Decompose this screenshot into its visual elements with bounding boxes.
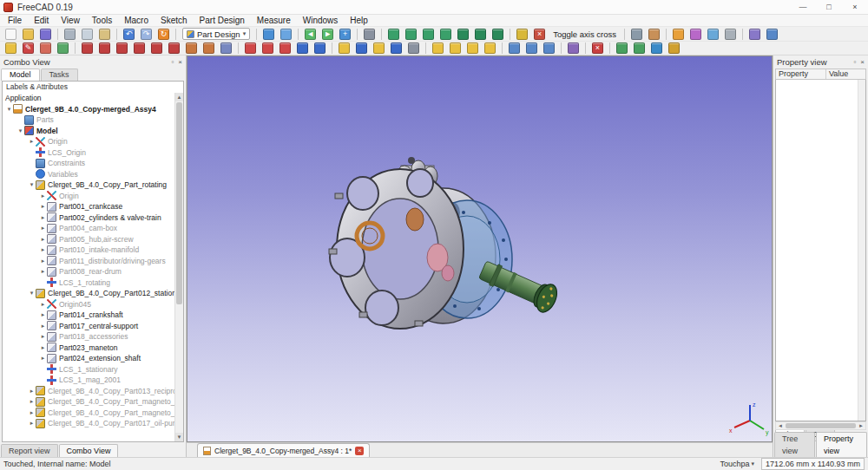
property-column-header[interactable]: Property [776, 69, 826, 79]
thickness-button[interactable] [482, 42, 498, 55]
delete-button[interactable]: × [589, 42, 606, 55]
sketch-rectangle-button[interactable] [166, 42, 182, 55]
view-rear-button[interactable] [455, 28, 471, 41]
view-right-button[interactable] [437, 28, 454, 41]
collapsed-arrow-icon[interactable]: ▸ [39, 258, 47, 264]
tree-item[interactable]: ▸Origin045 [3, 299, 174, 310]
collapsed-arrow-icon[interactable]: ▸ [39, 301, 47, 308]
external-geometry-button[interactable] [218, 42, 234, 55]
view-left-button[interactable] [490, 28, 506, 41]
chamfer-button[interactable] [447, 42, 464, 55]
draft-button[interactable] [464, 42, 481, 55]
menu-macro[interactable]: Macro [118, 15, 155, 27]
collapsed-arrow-icon[interactable]: ▸ [28, 398, 36, 405]
collapsed-arrow-icon[interactable]: ▸ [39, 214, 47, 221]
engine-model[interactable] [329, 157, 561, 329]
tree-item[interactable]: ▸Clerget_9B_4.0_Copy_Part013_reciprocati… [3, 386, 174, 397]
tree-scrollbar[interactable]: ▲ ▼ [174, 93, 183, 441]
menu-edit[interactable]: Edit [28, 15, 55, 27]
property-grid[interactable] [775, 80, 866, 421]
sketch-fillet-button[interactable] [183, 42, 200, 55]
create-body-button[interactable] [3, 42, 19, 55]
menu-windows[interactable]: Windows [297, 15, 345, 27]
menu-sketch[interactable]: Sketch [155, 15, 194, 27]
menu-view[interactable]: View [55, 15, 86, 27]
collapsed-arrow-icon[interactable]: ▸ [39, 246, 47, 253]
collapsed-arrow-icon[interactable]: ▸ [39, 193, 47, 199]
file-open-button[interactable] [20, 28, 36, 41]
tree-item[interactable]: ▾Clerget_9B_4.0_Copy_Part012_stationary_… [3, 288, 174, 299]
clipping-plane-button[interactable] [628, 28, 645, 41]
tab-tree-view[interactable]: Tree view [774, 432, 815, 457]
tree-item[interactable]: Parts [3, 114, 174, 126]
sketch-trim-button[interactable] [201, 42, 217, 55]
expanded-arrow-icon[interactable]: ▾ [28, 181, 36, 188]
map-sketch-button[interactable] [55, 42, 71, 55]
tree-item[interactable]: ▾Clerget_9B_4.0_Copy_Part_rotating [3, 180, 174, 191]
tree-item[interactable]: ▸Clerget_9B_4.0_Copy_Part017_oil-pump [3, 418, 174, 429]
tree-item[interactable]: ▸Part002_cylinders & valve-train [3, 212, 174, 224]
solve-assembly-button[interactable] [666, 42, 682, 55]
tree-item[interactable]: ▸Part017_central-support [3, 321, 174, 332]
redo-button[interactable]: ↷ [138, 28, 155, 41]
scroll-right-icon[interactable]: ► [857, 422, 865, 429]
view-prev-button[interactable]: ◄ [302, 28, 319, 41]
scene-inspector-button[interactable] [746, 28, 763, 41]
view-bottom-button[interactable] [472, 28, 489, 41]
groove-button[interactable] [388, 42, 404, 55]
paste-button[interactable] [96, 28, 113, 41]
new-assembly-button[interactable] [614, 42, 630, 55]
property-hscrollbar[interactable]: ◄ ► [775, 421, 866, 430]
view-front-button[interactable] [403, 28, 419, 41]
sketch-arc-button[interactable] [114, 42, 130, 55]
collapsed-arrow-icon[interactable]: ▸ [39, 236, 47, 243]
tree-item[interactable]: ▸Part014_crankshaft [3, 310, 174, 321]
tree-item[interactable]: Application [3, 93, 174, 104]
hole-button[interactable] [405, 42, 422, 55]
measure-distance-button[interactable] [514, 28, 530, 41]
scroll-down-icon[interactable]: ▼ [175, 433, 183, 441]
close-document-icon[interactable]: × [355, 447, 364, 455]
tree-item[interactable]: ▸Clerget_9B_4.0_Copy_Part_magneto_2 [3, 408, 174, 419]
sketch-polyline-button[interactable] [148, 42, 165, 55]
collapsed-arrow-icon[interactable]: ▸ [39, 344, 47, 351]
zoom-box-button[interactable]: + [337, 28, 353, 41]
constraint-distance-button[interactable] [294, 42, 311, 55]
constraint-coincident-button[interactable] [242, 42, 259, 55]
minimize-button[interactable]: — [790, 0, 816, 15]
tree-item[interactable]: ▸Part008_rear-drum [3, 266, 174, 277]
collapsed-arrow-icon[interactable]: ▸ [39, 225, 47, 232]
set-appearance-button[interactable] [670, 28, 687, 41]
undo-button[interactable]: ↶ [121, 28, 137, 41]
close-window-button[interactable]: × [842, 0, 868, 15]
collapsed-arrow-icon[interactable]: ▸ [39, 355, 47, 362]
tree-item[interactable]: ▸Part005_hub,air-screw [3, 234, 174, 245]
value-column-header[interactable]: Value [826, 69, 848, 79]
tree-item[interactable]: LCS_1_stationary [3, 364, 174, 375]
measure-clear-button[interactable]: × [531, 28, 548, 41]
constraint-angle-button[interactable] [312, 42, 328, 55]
tab-report-view[interactable]: Report view [1, 444, 58, 457]
texture-mapping-button[interactable] [646, 28, 662, 41]
boolean-operation-button[interactable] [565, 42, 582, 55]
tree-item[interactable]: ▸Part011_distributor/driving-gears [3, 256, 174, 267]
expanded-arrow-icon[interactable]: ▾ [28, 290, 36, 297]
view-isometric-button[interactable] [385, 28, 402, 41]
tab-combo-view[interactable]: Combo View [59, 444, 119, 457]
collapsed-arrow-icon[interactable]: ▸ [39, 333, 47, 340]
workbench-selector[interactable]: Part Design▾ [182, 28, 250, 40]
tree-item[interactable]: ▸Part018_accessories [3, 331, 174, 343]
tab-property-view[interactable]: Property view [816, 432, 867, 457]
tree-item[interactable]: ▸Part024_extension_shaft [3, 353, 174, 364]
view-next-button[interactable]: ► [319, 28, 336, 41]
collapsed-arrow-icon[interactable]: ▸ [39, 203, 47, 210]
tree-item[interactable]: ▸Part010_intake-manifold [3, 245, 174, 256]
insert-part-button[interactable] [631, 42, 648, 55]
tree-item[interactable]: ▸Part001_crankcase [3, 201, 174, 212]
collapsed-arrow-icon[interactable]: ▸ [39, 268, 47, 275]
scrollbar-thumb[interactable] [786, 423, 856, 428]
linear-pattern-button[interactable] [523, 42, 540, 55]
viewport-3d[interactable]: x y z [187, 55, 773, 442]
tab-tasks[interactable]: Tasks [41, 69, 78, 81]
property-scrollbar[interactable] [858, 80, 865, 421]
